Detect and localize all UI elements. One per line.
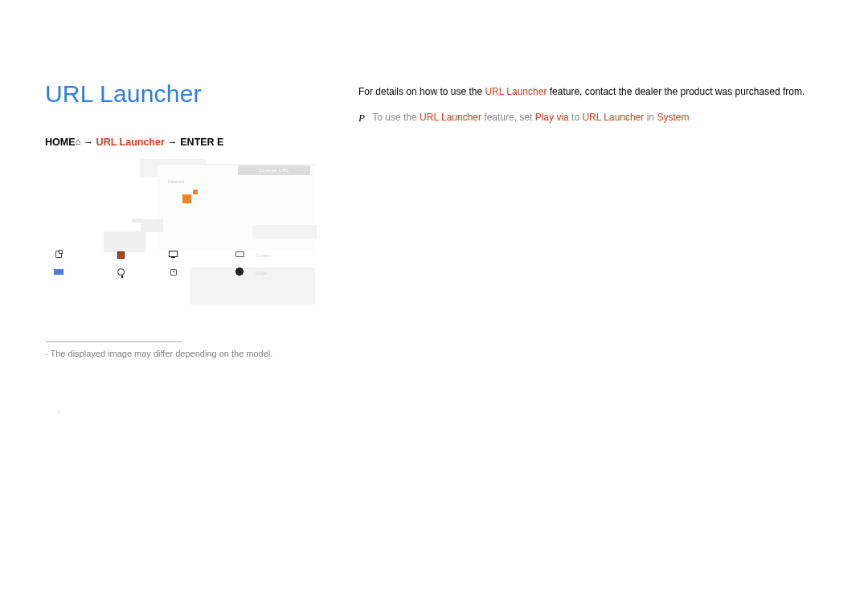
breadcrumb-home: HOME (45, 137, 76, 148)
bar-icon (54, 269, 63, 275)
row2-label: Edge (256, 271, 267, 276)
internet-label: Internet (168, 179, 192, 186)
monitor-icon (169, 251, 178, 257)
search-icon (117, 268, 125, 276)
note-mid3: in (644, 112, 657, 123)
illustration: Change URL Internet Screen Edge (45, 159, 314, 324)
document-icon (55, 251, 62, 258)
change-url-button: Change URL (238, 166, 310, 175)
note-pre: To use the (372, 112, 420, 123)
home-icon: ⌂ (76, 137, 81, 146)
disclaimer: - The displayed image may differ dependi… (45, 349, 358, 358)
breadcrumb: HOME⌂ → URL Launcher → ENTER E (45, 137, 358, 148)
breadcrumb-item: URL Launcher (96, 137, 165, 148)
note-marker: P (358, 112, 370, 125)
note-mid2: to (569, 112, 583, 123)
details-paragraph: For details on how to use the URL Launch… (358, 85, 809, 99)
divider (45, 341, 182, 342)
breadcrumb-arrow-1: → (80, 137, 96, 148)
tile-icon (117, 251, 125, 259)
note-feat: URL Launcher (420, 112, 481, 123)
screen-icon (235, 251, 244, 257)
illustration-block-2 (104, 231, 145, 252)
gear-icon (235, 268, 244, 276)
breadcrumb-enter: ENTER E (180, 137, 223, 148)
details-feature: URL Launcher (485, 86, 547, 97)
note: P To use the URL Launcher feature, set P… (358, 112, 809, 125)
illustration-footer (190, 268, 315, 304)
details-prefix: For details on how to use the (358, 86, 485, 97)
page-title: URL Launcher (45, 80, 358, 108)
card-icon (170, 269, 177, 276)
disclaimer-text: The displayed image may differ depending… (51, 349, 273, 358)
illustration-strip (252, 225, 317, 239)
note-body: To use the URL Launcher feature, set Pla… (372, 112, 806, 123)
breadcrumb-arrow-2: → (165, 137, 180, 148)
illustration-block-1 (141, 219, 163, 232)
left-column: URL Launcher HOME⌂ → URL Launcher → ENTE… (45, 80, 358, 358)
note-target: URL Launcher (582, 112, 644, 123)
right-column: For details on how to use the URL Launch… (358, 80, 809, 125)
page-number: - (58, 408, 60, 415)
details-suffix: feature, contact the dealer the product … (547, 86, 805, 97)
logo-square-large (182, 194, 191, 203)
illustration-tab (132, 219, 141, 223)
note-playvia: Play via (535, 112, 569, 123)
note-system: System (657, 112, 689, 123)
note-mid1: feature, set (481, 112, 535, 123)
logo-square-small (193, 190, 198, 194)
row1-label: Screen (256, 253, 271, 258)
